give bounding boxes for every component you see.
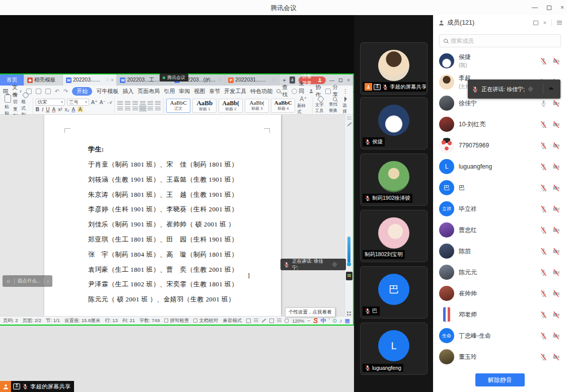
menu-tab-home[interactable]: 开始 <box>72 87 92 96</box>
popout-panel-icon[interactable] <box>533 21 538 25</box>
member-row[interactable]: 侯捷(我) <box>433 50 567 71</box>
print-icon[interactable] <box>45 89 51 94</box>
video-tile[interactable]: 巴 巴 <box>360 266 428 319</box>
find-replace-button[interactable]: 查找替换 <box>329 97 340 114</box>
member-row[interactable]: L luguangfeng <box>433 156 567 177</box>
favorite-heart-icon[interactable]: ♡ <box>218 77 222 83</box>
document-page[interactable]: 学生: 于肖童（制药 1801 班）、宋 佳（制药 1801 班） 刘筱涵（生教… <box>44 115 281 316</box>
panel-menu-icon[interactable] <box>557 21 562 25</box>
mic-muted-icon[interactable] <box>540 248 547 255</box>
member-row[interactable]: 崔帅帅 <box>433 283 567 304</box>
restore-button[interactable] <box>547 6 551 10</box>
web-view-icon[interactable] <box>277 319 281 323</box>
mic-muted-icon[interactable] <box>540 353 547 361</box>
document-canvas[interactable]: 学生: 于肖童（制药 1801 班）、宋 佳（制药 1801 班） 刘筱涵（生教… <box>0 115 353 316</box>
mic-muted-icon[interactable] <box>540 226 547 234</box>
style-normal[interactable]: AaBbC 正文 <box>166 99 190 113</box>
minimize-button[interactable]: — <box>532 4 538 11</box>
output-icon[interactable] <box>36 89 41 94</box>
mic-muted-icon[interactable] <box>540 142 547 149</box>
video-tile[interactable]: 制药1802刘宝明 <box>360 210 428 262</box>
style-heading4[interactable]: AaBbC 标题 4 <box>271 99 295 113</box>
mic-muted-icon[interactable] <box>540 269 547 276</box>
menu-tab-special[interactable]: 特色功能 <box>250 88 272 95</box>
member-row[interactable]: 立祥 毕立祥 <box>433 198 567 219</box>
mic-muted-icon[interactable] <box>540 57 547 65</box>
align-center-icon[interactable] <box>125 106 130 111</box>
camera-off-icon[interactable] <box>552 163 560 171</box>
soft-keyboard-icon[interactable]: ▦ <box>345 318 350 324</box>
redo-icon[interactable]: ↷ <box>63 88 68 95</box>
align-right-icon[interactable] <box>132 106 138 111</box>
member-search-input[interactable] <box>451 38 546 44</box>
input-method-mini-widget[interactable] <box>346 272 352 280</box>
close-panel-icon[interactable]: × <box>543 20 546 26</box>
camera-off-icon[interactable] <box>552 57 560 65</box>
member-row[interactable]: 陈元元 <box>433 262 567 283</box>
text-tool-button[interactable]: 文字工具 <box>315 97 327 114</box>
sort-icon[interactable] <box>148 101 153 105</box>
video-tile[interactable]: 制药1902徐泽骏 <box>360 153 428 206</box>
camera-off-icon[interactable] <box>552 226 560 234</box>
outline-view-icon[interactable] <box>254 319 258 323</box>
video-tile[interactable]: 侯捷 <box>360 97 428 149</box>
video-tile[interactable]: L luguangfeng <box>360 323 428 375</box>
camera-off-icon[interactable] <box>552 142 560 149</box>
member-row[interactable]: 生命 丁忠峰-生命 <box>433 325 567 346</box>
bold-button[interactable]: B <box>36 107 39 112</box>
mic-muted-icon[interactable] <box>540 184 547 192</box>
style-heading3[interactable]: AaBb( 标题 3 <box>245 99 269 113</box>
menu-tab-insert[interactable]: 插入 <box>122 88 133 95</box>
collapse-chat-icon[interactable]: ‹ <box>47 278 49 284</box>
strikethrough-button[interactable]: A <box>52 107 55 112</box>
voice-input-icon[interactable]: ♪ <box>339 318 342 324</box>
show-marks-icon[interactable] <box>155 101 161 105</box>
member-row[interactable]: 779075969 <box>433 135 567 156</box>
camera-off-icon[interactable] <box>552 248 560 255</box>
zoom-level[interactable]: 120% <box>292 318 304 324</box>
underline-button[interactable]: U <box>46 107 49 112</box>
mic-on-icon[interactable] <box>540 100 547 107</box>
camera-off-icon[interactable] <box>552 311 560 319</box>
close-button[interactable]: × <box>560 4 564 11</box>
member-search-box[interactable] <box>439 34 561 47</box>
camera-off-icon[interactable] <box>552 269 560 276</box>
page-view-icon[interactable] <box>269 319 274 323</box>
emoji-icon[interactable]: ☺ <box>6 278 11 284</box>
menu-tab-devtools[interactable]: 开发工具 <box>224 88 246 95</box>
subscript-button[interactable]: x₂ <box>65 107 69 112</box>
mic-muted-icon[interactable] <box>540 163 547 171</box>
member-row[interactable]: 邓老师 <box>433 304 567 325</box>
member-row[interactable]: 董玉玲 <box>433 346 567 367</box>
member-row[interactable]: 10-刘红亮 <box>433 114 567 135</box>
annotate-pen-icon[interactable] <box>347 122 352 126</box>
camera-off-icon[interactable] <box>552 184 560 192</box>
cut-button[interactable]: 剪切 <box>13 92 19 105</box>
outdent-icon[interactable] <box>132 101 138 105</box>
scrollbar-thumb[interactable] <box>347 237 350 263</box>
style-heading2[interactable]: AaBb( 标题 2 <box>219 99 243 113</box>
clear-format-button[interactable]: 𝒜 <box>108 100 112 105</box>
sogou-logo-icon[interactable]: S <box>313 317 318 325</box>
member-row[interactable]: 曹忠红 <box>433 219 567 241</box>
spellcheck-toggle[interactable]: 拼写检查 <box>164 318 189 324</box>
camera-off-icon[interactable] <box>552 290 560 297</box>
video-tile[interactable]: 李超的屏幕共享 <box>360 42 428 95</box>
italic-button[interactable]: I <box>42 107 43 112</box>
ruler-toggle-icon[interactable] <box>347 117 351 119</box>
eye-protect-icon[interactable] <box>285 319 289 323</box>
more-menu-icon[interactable]: ⋮ <box>342 88 348 95</box>
indent-icon[interactable] <box>140 101 146 105</box>
new-style-button[interactable]: A⁺ 新样式 <box>297 96 309 115</box>
menu-tab-keniu[interactable]: 可牛模板 <box>96 88 118 95</box>
wps-doc-tab-4[interactable]: P 2022031...大会背景PPT ♡ <box>225 74 279 86</box>
meeting-mini-indicator[interactable]: 腾讯会议 <box>160 73 188 82</box>
tab-close-icon[interactable]: × <box>111 77 113 83</box>
proofread-toggle[interactable]: 文档校对 <box>193 318 218 324</box>
chat-quick-bar[interactable]: ☺ 说点什么... ‹ <box>3 275 52 287</box>
ink-view-icon[interactable] <box>262 319 266 323</box>
menu-tab-section[interactable]: 章节 <box>209 88 220 95</box>
camera-off-icon[interactable] <box>552 121 560 128</box>
wps-doc-tab-1[interactable]: W 202203...习标兵的通报 ♡ × <box>63 74 117 86</box>
undo-icon[interactable]: ↶ <box>55 88 59 95</box>
